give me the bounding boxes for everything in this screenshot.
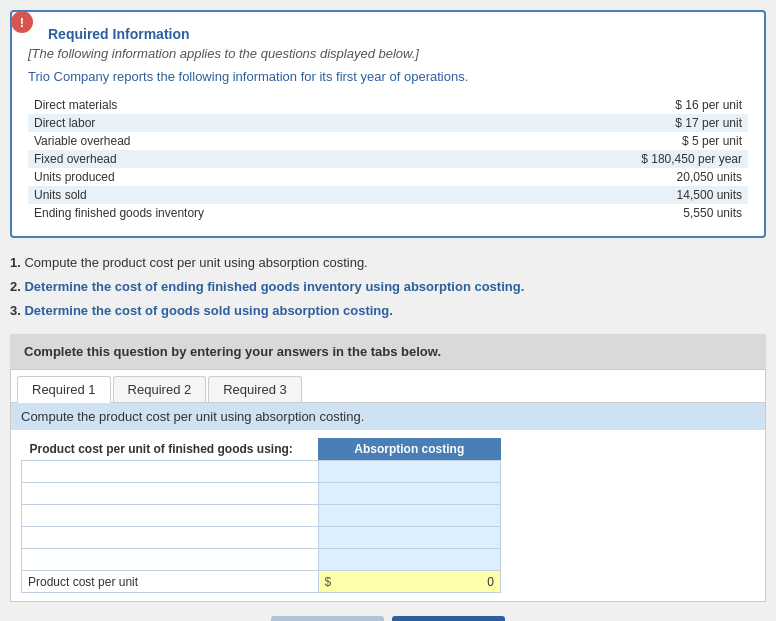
tabs-bar: Required 1 Required 2 Required 3 — [11, 370, 765, 403]
product-table: Product cost per unit of finished goods … — [21, 438, 501, 593]
info-box-title: Required Information — [48, 26, 748, 42]
prev-button[interactable]: ‹ Required 1 — [271, 616, 384, 621]
question-1: 1. Compute the product cost per unit usi… — [10, 252, 766, 274]
page-wrapper: ! Required Information [The following in… — [10, 10, 766, 621]
product-table-wrapper: Product cost per unit of finished goods … — [11, 430, 765, 601]
tab-required-3[interactable]: Required 3 — [208, 376, 302, 402]
nav-buttons: ‹ Required 1 Required 2 › — [10, 602, 766, 621]
row3-value — [318, 505, 500, 527]
row2-value-input[interactable] — [325, 486, 494, 501]
info-row-label: Direct materials — [28, 96, 473, 114]
info-box-subtitle: [The following information applies to th… — [28, 46, 748, 61]
row3-label — [22, 505, 319, 527]
tab-required-1[interactable]: Required 1 — [17, 376, 111, 403]
info-row-value: $ 17 per unit — [473, 114, 748, 132]
active-instruction: Compute the product cost per unit using … — [11, 403, 765, 430]
next-button[interactable]: Required 2 › — [392, 616, 505, 621]
col1-header: Product cost per unit of finished goods … — [22, 438, 319, 461]
row5-label-input[interactable] — [28, 552, 312, 567]
row1-label — [22, 461, 319, 483]
info-row-value: $ 180,450 per year — [473, 150, 748, 168]
row3-value-input[interactable] — [325, 508, 494, 523]
row1-value — [318, 461, 500, 483]
tabs-wrapper: Required 1 Required 2 Required 3 Compute… — [10, 369, 766, 602]
question-3: 3. Determine the cost of goods sold usin… — [10, 300, 766, 322]
table-row — [22, 505, 501, 527]
info-row-label: Direct labor — [28, 114, 473, 132]
info-row-label: Fixed overhead — [28, 150, 473, 168]
table-row — [22, 483, 501, 505]
info-row-value: $ 5 per unit — [473, 132, 748, 150]
row2-value — [318, 483, 500, 505]
questions-list: 1. Compute the product cost per unit usi… — [10, 252, 766, 322]
footer-label: Product cost per unit — [22, 571, 319, 593]
info-row-value: $ 16 per unit — [473, 96, 748, 114]
row1-value-input[interactable] — [325, 464, 494, 479]
table-row — [22, 549, 501, 571]
info-row-value: 14,500 units — [473, 186, 748, 204]
info-box: ! Required Information [The following in… — [10, 10, 766, 238]
row2-label — [22, 483, 319, 505]
row4-value-input[interactable] — [325, 530, 494, 545]
row5-value-input[interactable] — [325, 552, 494, 567]
info-row-label: Variable overhead — [28, 132, 473, 150]
footer-row: Product cost per unit $ 0 — [22, 571, 501, 593]
info-row-label: Units sold — [28, 186, 473, 204]
row5-label — [22, 549, 319, 571]
info-row-label: Ending finished goods inventory — [28, 204, 473, 222]
complete-banner: Complete this question by entering your … — [10, 334, 766, 369]
row4-label-input[interactable] — [28, 530, 312, 545]
row3-label-input[interactable] — [28, 508, 312, 523]
alert-icon: ! — [11, 11, 33, 33]
question-2: 2. Determine the cost of ending finished… — [10, 276, 766, 298]
footer-value-cell: $ 0 — [318, 571, 500, 593]
table-row — [22, 461, 501, 483]
row5-value — [318, 549, 500, 571]
dollar-sign: $ — [325, 575, 332, 589]
tab-required-2[interactable]: Required 2 — [113, 376, 207, 402]
row4-label — [22, 527, 319, 549]
info-row-value: 5,550 units — [473, 204, 748, 222]
row1-label-input[interactable] — [28, 464, 312, 479]
info-table: Direct materials$ 16 per unitDirect labo… — [28, 96, 748, 222]
col2-header: Absorption costing — [318, 438, 500, 461]
info-box-intro: Trio Company reports the following infor… — [28, 69, 748, 84]
footer-computed-value: 0 — [335, 575, 494, 589]
row2-label-input[interactable] — [28, 486, 312, 501]
info-row-value: 20,050 units — [473, 168, 748, 186]
table-row — [22, 527, 501, 549]
info-row-label: Units produced — [28, 168, 473, 186]
row4-value — [318, 527, 500, 549]
